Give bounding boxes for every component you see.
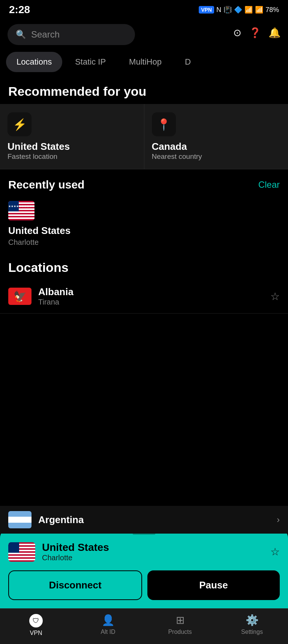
sheet-us-flag bbox=[8, 542, 35, 562]
rec-card-us[interactable]: ⚡ United States Fastest location bbox=[0, 104, 144, 169]
recently-used-header: Recently used Clear bbox=[0, 169, 288, 197]
pause-button[interactable]: Pause bbox=[147, 570, 280, 600]
status-icons: VPN N 📳 🔷 📶 📶 78% bbox=[199, 6, 279, 14]
argentina-flag bbox=[8, 511, 32, 528]
top-right-icons: ⊙ ❓ 🔔 bbox=[233, 27, 280, 39]
sheet-city: Charlotte bbox=[42, 554, 264, 562]
nav-label-products: Products bbox=[168, 629, 192, 635]
products-nav-icon: ⊞ bbox=[176, 614, 184, 626]
nav-item-vpn[interactable]: 🛡 VPN bbox=[0, 609, 72, 639]
search-bar[interactable]: 🔍 Search bbox=[8, 24, 135, 45]
nav-label-altid: Alt ID bbox=[100, 629, 115, 635]
recommended-grid: ⚡ United States Fastest location 📍 Canad… bbox=[0, 104, 288, 169]
status-bar: 2:28 VPN N 📳 🔷 📶 📶 78% bbox=[0, 0, 288, 19]
settings-nav-icon: ⚙️ bbox=[246, 614, 259, 626]
albania-city: Tirana bbox=[38, 298, 264, 306]
rec-country-us: United States bbox=[8, 141, 136, 152]
search-placeholder: Search bbox=[31, 29, 60, 40]
clear-button[interactable]: Clear bbox=[258, 179, 280, 190]
nav-label-vpn: VPN bbox=[30, 630, 42, 636]
wifi-icon: 📶 bbox=[244, 6, 253, 14]
nav-item-altid[interactable]: 👤 Alt ID bbox=[72, 609, 144, 639]
sheet-location-row: United States Charlotte ☆ bbox=[8, 541, 280, 562]
vpn-indicator: VPN bbox=[199, 6, 214, 14]
signal-icon: 📶 bbox=[255, 6, 263, 14]
albania-flag: 🦅 bbox=[8, 288, 32, 305]
argentina-partial-row[interactable]: Argentina › bbox=[0, 506, 288, 534]
bottom-nav: 🛡 VPN 👤 Alt ID ⊞ Products ⚙️ Settings bbox=[0, 608, 288, 644]
recommended-title: Recommended for you bbox=[0, 77, 288, 104]
battery-level: 78% bbox=[266, 6, 279, 14]
tab-locations[interactable]: Locations bbox=[6, 52, 62, 72]
search-icon: 🔍 bbox=[16, 30, 26, 39]
us-flag: ★★★★★★★★★★★★★★★★★★★★★★★★★★★★★★★★★★★★★★★★… bbox=[8, 201, 34, 220]
location-row-albania[interactable]: 🦅 Albania Tirana ☆ bbox=[0, 279, 288, 314]
help-icon[interactable]: ❓ bbox=[249, 27, 261, 39]
status-time: 2:28 bbox=[9, 4, 30, 16]
rec-icon-us: ⚡ bbox=[8, 112, 32, 136]
tab-multihop[interactable]: MultiHop bbox=[118, 52, 172, 72]
nfc-icon: N bbox=[216, 6, 221, 14]
rec-country-canada: Canada bbox=[152, 141, 281, 152]
recently-used-country: United States bbox=[8, 225, 280, 237]
recently-used-item-us[interactable]: ★★★★★★★★★★★★★★★★★★★★★★★★★★★★★★★★★★★★★★★★… bbox=[0, 197, 288, 252]
recently-used-city: Charlotte bbox=[8, 238, 280, 247]
disconnect-button[interactable]: Disconnect bbox=[8, 570, 142, 600]
albania-favorite-star[interactable]: ☆ bbox=[270, 290, 280, 303]
vibrate-icon: 📳 bbox=[224, 6, 232, 14]
argentina-country: Argentina bbox=[38, 514, 84, 526]
search-bar-container: 🔍 Search ⊙ ❓ 🔔 bbox=[0, 19, 288, 49]
notification-icon[interactable]: 🔔 bbox=[268, 27, 280, 39]
bluetooth-icon: 🔷 bbox=[234, 6, 242, 14]
rec-subtitle-canada: Nearest country bbox=[152, 152, 281, 161]
sheet-country: United States bbox=[42, 541, 264, 554]
tab-static-ip[interactable]: Static IP bbox=[64, 52, 116, 72]
speed-icon[interactable]: ⊙ bbox=[233, 27, 242, 39]
albania-info: Albania Tirana bbox=[38, 286, 264, 306]
sheet-favorite-star[interactable]: ☆ bbox=[270, 546, 280, 558]
recently-used-title: Recently used bbox=[8, 178, 84, 191]
rec-icon-canada: 📍 bbox=[152, 112, 176, 136]
sheet-location-info: United States Charlotte bbox=[42, 541, 264, 562]
sheet-buttons: Disconnect Pause bbox=[8, 570, 280, 600]
nav-label-settings: Settings bbox=[241, 629, 263, 635]
nav-item-products[interactable]: ⊞ Products bbox=[144, 609, 216, 639]
argentina-chevron: › bbox=[277, 514, 280, 525]
bottom-sheet: Argentina › United States Charlotte ☆ Di… bbox=[0, 528, 288, 608]
nav-item-settings[interactable]: ⚙️ Settings bbox=[216, 609, 288, 639]
tab-d[interactable]: D bbox=[174, 52, 201, 72]
albania-country: Albania bbox=[38, 286, 264, 298]
rec-subtitle-us: Fastest location bbox=[8, 152, 136, 161]
spacer bbox=[0, 314, 288, 321]
vpn-nav-icon: 🛡 bbox=[29, 614, 43, 627]
locations-section-title: Locations bbox=[0, 252, 288, 279]
rec-card-canada[interactable]: 📍 Canada Nearest country bbox=[144, 104, 288, 169]
altid-nav-icon: 👤 bbox=[102, 614, 115, 626]
tabs-container: Locations Static IP MultiHop D bbox=[0, 49, 288, 77]
